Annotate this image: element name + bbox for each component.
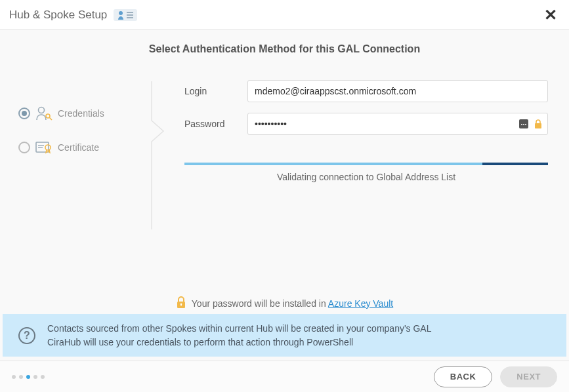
svg-point-1	[39, 108, 45, 113]
radio-unselected-icon	[18, 142, 30, 153]
step-indicator	[12, 375, 45, 379]
user-list-icon	[114, 9, 137, 21]
window-title: Hub & Spoke Setup	[9, 9, 107, 22]
credentials-icon	[35, 106, 53, 121]
question-icon[interactable]: ?	[18, 327, 35, 344]
info-line-2: CiraHub will use your credentials to per…	[47, 336, 432, 349]
lock-icon	[176, 296, 186, 311]
password-reveal-icon[interactable]	[519, 119, 528, 128]
password-input[interactable]	[247, 113, 548, 135]
svg-point-6	[45, 145, 51, 150]
back-button[interactable]: BACK	[434, 366, 493, 387]
progress-bar	[184, 163, 548, 165]
page-heading: Select Authentication Method for this GA…	[18, 43, 551, 55]
info-banner: ? Contacts sourced from other Spokes wit…	[3, 314, 566, 357]
certificate-icon	[35, 140, 53, 155]
lock-icon	[534, 119, 543, 129]
login-input[interactable]	[247, 80, 548, 102]
password-label: Password	[184, 119, 247, 129]
auth-option-credentials[interactable]: Credentials	[18, 106, 133, 121]
svg-rect-10	[180, 304, 181, 306]
next-button: NEXT	[500, 366, 557, 387]
auth-option-label: Certificate	[58, 142, 99, 153]
keyvault-prefix: Your password will be installed in	[192, 298, 328, 309]
info-line-1: Contacts sourced from other Spokes withi…	[47, 322, 432, 335]
progress-status: Validating connection to Global Address …	[184, 172, 548, 182]
keyvault-note: Your password will be installed in Azure…	[0, 296, 569, 311]
auth-option-certificate[interactable]: Certificate	[18, 140, 133, 155]
svg-point-0	[119, 11, 123, 15]
validation-progress: Validating connection to Global Address …	[184, 163, 548, 182]
auth-method-group: Credentials Certificate	[18, 80, 133, 182]
radio-selected-icon	[18, 108, 30, 119]
auth-option-label: Credentials	[58, 108, 104, 119]
close-icon[interactable]: ✕	[541, 5, 560, 26]
wizard-footer: BACK NEXT	[0, 361, 569, 392]
credentials-form: Login Password	[184, 80, 551, 182]
divider-arrow	[149, 80, 169, 182]
svg-rect-7	[535, 123, 541, 128]
login-label: Login	[184, 86, 247, 96]
azure-key-vault-link[interactable]: Azure Key Vault	[328, 298, 393, 309]
window-header: Hub & Spoke Setup ✕	[0, 0, 569, 30]
